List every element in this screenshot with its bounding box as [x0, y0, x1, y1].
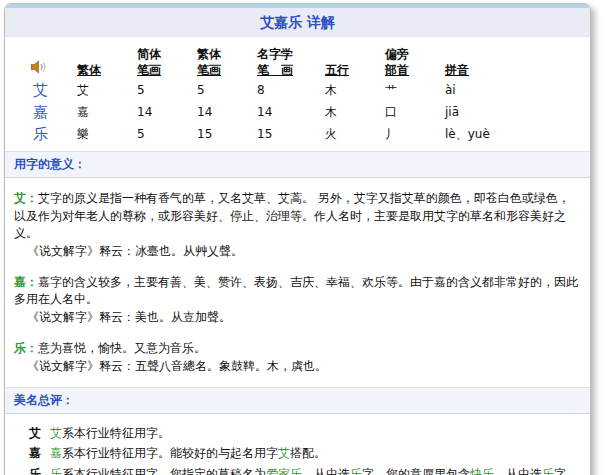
fanti-bihua-value: 5	[195, 79, 255, 101]
header-pianpang-bushou: 偏旁部首	[383, 45, 443, 79]
page-title: 艾嘉乐 详解	[5, 8, 590, 37]
char-label: 艾：	[14, 191, 38, 205]
summary-row: 嘉 嘉系本行业特征用字。能较好的与起名用字艾搭配。	[5, 444, 580, 463]
section-title-summary: 美名总评：	[5, 387, 590, 414]
fanti-value: 嘉	[75, 101, 135, 123]
speaker-cell	[19, 45, 75, 79]
pron-header-row: 繁体 简体笔画 繁体笔画 名字学笔 画 五行 偏旁部首 拼音	[19, 45, 557, 79]
fanti-value: 艾	[75, 79, 135, 101]
name-char: 乐	[19, 123, 75, 145]
shuowen-quote: 《说文解字》释云：五聲八音總名。象鼓鞞。木，虡也。	[14, 358, 580, 375]
wuxing-value: 木	[323, 101, 383, 123]
meaning-text: 嘉：嘉字的含义较多，主要有善、美、赞许、表扬、吉庆、幸福、欢乐等。由于嘉的含义都…	[14, 274, 580, 309]
section-title-meaning: 用字的意义：	[5, 151, 590, 178]
bushou-value: 丿	[383, 123, 443, 145]
meaning-entry: 艾：艾字的原义是指一种有香气的草，又名艾草、艾蒿。 另外，艾字又指艾草的颜色，即…	[14, 190, 580, 260]
fanti-value: 樂	[75, 123, 135, 145]
header-fanti: 繁体	[75, 45, 135, 79]
wuxing-value: 木	[323, 79, 383, 101]
meaning-entry: 嘉：嘉字的含义较多，主要有善、美、赞许、表扬、吉庆、幸福、欢乐等。由于嘉的含义都…	[14, 274, 580, 326]
name-char: 嘉	[19, 101, 75, 123]
char-label: 乐：	[14, 341, 38, 355]
header-wuxing: 五行	[323, 45, 383, 79]
summary-text: 乐系本行业特征用字。您指定的草稿名为爱家乐，从中选乐字。您的意愿里包含快乐，从中…	[41, 465, 580, 475]
wuxing-value: 火	[323, 123, 383, 145]
summary-text: 嘉系本行业特征用字。能较好的与起名用字艾搭配。	[41, 444, 580, 463]
char-label: 嘉：	[14, 275, 38, 289]
header-pinyin: 拼音	[443, 45, 557, 79]
summary-label: 乐	[5, 465, 41, 475]
jianti-bihua-value: 5	[135, 79, 195, 101]
meaning-section: 艾：艾字的原义是指一种有香气的草，又名艾草、艾蒿。 另外，艾字又指艾草的颜色，即…	[5, 178, 590, 387]
name-char: 艾	[19, 79, 75, 101]
mingzixue-bihua-value: 14	[255, 101, 323, 123]
header-mingzixue-bihua: 名字学笔 画	[255, 45, 323, 79]
mingzixue-bihua-value: 15	[255, 123, 323, 145]
speaker-icon[interactable]	[31, 60, 47, 78]
card-content: 繁体 简体笔画 繁体笔画 名字学笔 画 五行 偏旁部首 拼音 艾 艾 5 5 8…	[5, 45, 590, 475]
shuowen-quote: 《说文解字》释云：冰臺也。从艸乂聲。	[14, 243, 580, 260]
fanti-bihua-value: 15	[195, 123, 255, 145]
pinyin-value: jiā	[443, 101, 557, 123]
summary-row: 乐 乐系本行业特征用字。您指定的草稿名为爱家乐，从中选乐字。您的意愿里包含快乐，…	[5, 465, 580, 475]
summary-label: 嘉	[5, 444, 41, 463]
bushou-value: 口	[383, 101, 443, 123]
fanti-bihua-value: 14	[195, 101, 255, 123]
table-row: 乐 樂 5 15 15 火 丿 lè、yuè	[19, 123, 557, 145]
meaning-text: 艾：艾字的原义是指一种有香气的草，又名艾草、艾蒿。 另外，艾字又指艾草的颜色，即…	[14, 190, 580, 242]
pinyin-value: lè、yuè	[443, 123, 557, 145]
table-row: 艾 艾 5 5 8 木 艹 ài	[19, 79, 557, 101]
summary-label: 艾	[5, 424, 41, 443]
pronunciation-table: 繁体 简体笔画 繁体笔画 名字学笔 画 五行 偏旁部首 拼音 艾 艾 5 5 8…	[19, 45, 557, 145]
summary-section: 艾 艾系本行业特征用字。 嘉 嘉系本行业特征用字。能较好的与起名用字艾搭配。 乐…	[5, 414, 590, 475]
meaning-entry: 乐：意为喜悦，愉快。又意为音乐。 《说文解字》释云：五聲八音總名。象鼓鞞。木，虡…	[14, 340, 580, 375]
table-row: 嘉 嘉 14 14 14 木 口 jiā	[19, 101, 557, 123]
summary-text: 艾系本行业特征用字。	[41, 424, 580, 443]
shuowen-quote: 《说文解字》释云：美也。从壴加聲。	[14, 309, 580, 326]
jianti-bihua-value: 14	[135, 101, 195, 123]
bushou-value: 艹	[383, 79, 443, 101]
header-jianti-bihua: 简体笔画	[135, 45, 195, 79]
jianti-bihua-value: 5	[135, 123, 195, 145]
mingzixue-bihua-value: 8	[255, 79, 323, 101]
pinyin-value: ài	[443, 79, 557, 101]
meaning-text: 乐：意为喜悦，愉快。又意为音乐。	[14, 340, 580, 357]
name-detail-card: 艾嘉乐 详解 繁体 简体笔画 繁体笔画 名字学笔 画 五行	[4, 3, 591, 475]
header-fanti-bihua: 繁体笔画	[195, 45, 255, 79]
summary-row: 艾 艾系本行业特征用字。	[5, 424, 580, 443]
